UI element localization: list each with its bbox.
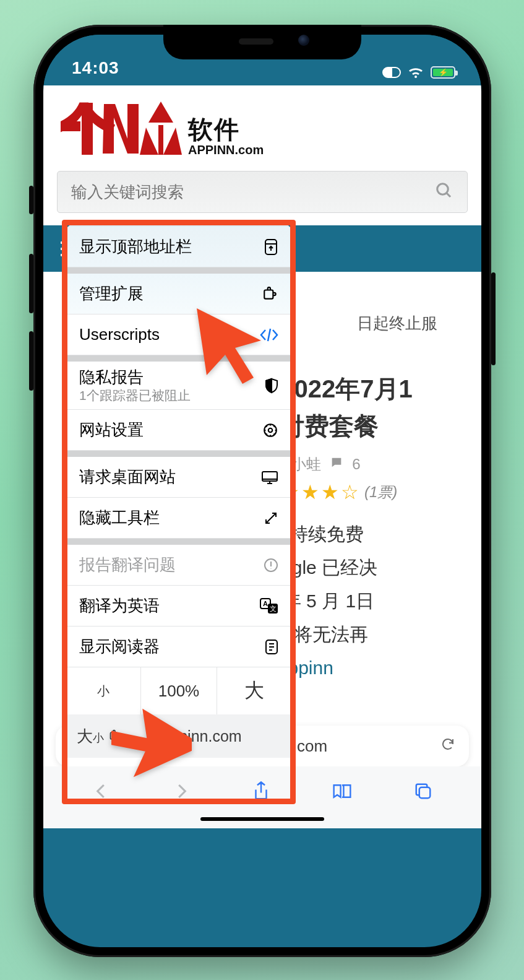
comments-count[interactable]: 6 [352, 456, 360, 473]
star-icon: ★ [301, 480, 319, 504]
search-input[interactable] [71, 183, 435, 202]
svg-rect-2 [158, 125, 163, 155]
title-frag: 2022年7月1 [280, 375, 412, 402]
star-outline-icon: ☆ [341, 480, 359, 504]
logo-mark-icon [61, 100, 184, 157]
search-icon[interactable] [435, 181, 453, 202]
status-time: 14:03 [72, 58, 119, 80]
logo-en: APPINN.com [188, 143, 264, 157]
reload-icon[interactable] [440, 737, 455, 756]
dual-sim-icon [382, 67, 401, 78]
logo-text: 软件 APPINN.com [188, 117, 264, 157]
search-box[interactable] [57, 171, 468, 213]
side-button [29, 254, 33, 313]
star-icon: ★ [321, 480, 339, 504]
status-indicators: ⚡ [382, 66, 455, 80]
tabs-icon[interactable] [414, 782, 432, 803]
side-button [491, 272, 496, 365]
svg-point-3 [437, 184, 449, 195]
notch [163, 25, 361, 59]
comments-icon[interactable] [330, 456, 343, 473]
bookmarks-icon[interactable] [332, 782, 353, 803]
battery-icon: ⚡ [431, 66, 455, 79]
logo-cn: 软件 [188, 117, 264, 142]
vote-count: (1票) [364, 482, 397, 502]
wifi-icon [407, 66, 424, 79]
side-button [29, 186, 33, 214]
home-indicator [200, 817, 324, 821]
site-logo[interactable]: 软件 APPINN.com [43, 85, 481, 168]
pointer-arrow-icon [111, 705, 192, 791]
pointer-arrow-icon [192, 303, 266, 384]
svg-rect-6 [419, 787, 430, 799]
side-button [29, 331, 33, 391]
